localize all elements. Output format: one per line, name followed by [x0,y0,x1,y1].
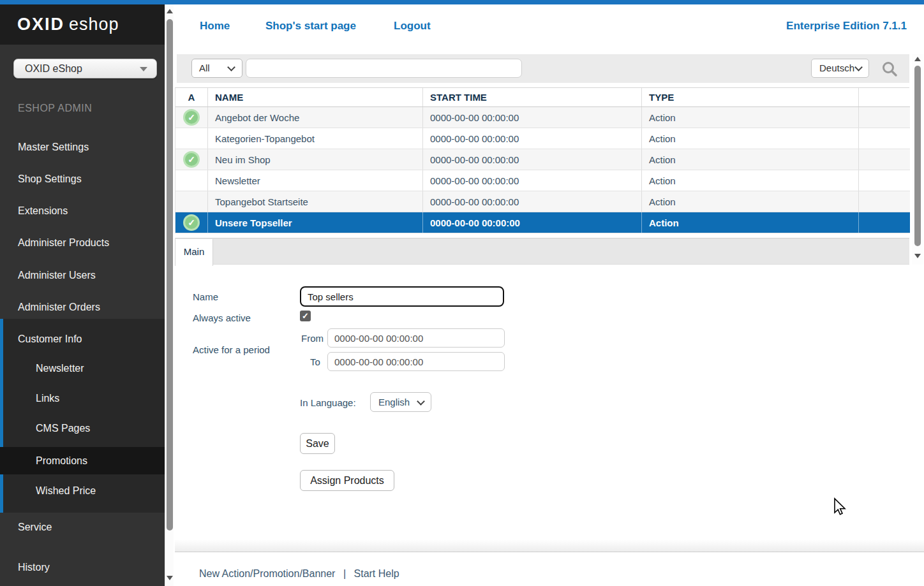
start-time-cell[interactable]: 0000-00-00 00:00:00 [423,212,642,233]
type-cell[interactable]: Action [642,128,859,149]
customer-info-group: Customer Info Newsletter Links CMS Pages… [0,319,165,513]
column-header-a[interactable]: A [175,88,208,106]
scroll-up-arrow-icon[interactable] [167,9,173,13]
scroll-down-arrow-icon[interactable] [914,254,921,258]
always-active-checkbox[interactable] [300,311,311,321]
main-content: Home Shop's start page Logout Enterprise… [174,4,924,586]
active-cell [175,107,208,128]
shop-select[interactable]: OXID eShop [13,59,157,78]
active-cell [175,128,208,149]
chevron-down-icon [417,397,425,406]
oxid-eshop-logo: OXIDeshop [17,4,119,45]
nav-link-logout[interactable]: Logout [394,18,431,34]
scroll-down-arrow-icon[interactable] [167,576,173,580]
sidebar-item-links[interactable]: Links [0,390,165,407]
scroll-up-arrow-icon[interactable] [914,57,921,61]
name-cell[interactable]: Angebot der Woche [208,107,423,128]
promotions-table: A NAME START TIME TYPE Angebot der Woche… [175,87,909,233]
active-cell [175,170,208,191]
column-header-name[interactable]: NAME [208,88,423,106]
left-scrollbar[interactable] [165,4,174,586]
column-header-start-time[interactable]: START TIME [423,88,642,106]
active-cell [175,191,208,212]
sidebar-item-cms-pages[interactable]: CMS Pages [0,420,165,437]
sidebar-item-administer-users[interactable]: Administer Users [0,267,165,284]
sidebar-item-extensions[interactable]: Extensions [0,202,165,220]
type-cell[interactable]: Action [642,107,859,128]
table-row[interactable]: Newsletter 0000-00-00 00:00:00 Action [175,170,910,191]
sidebar-item-newsletter[interactable]: Newsletter [0,360,165,377]
tab-strip: Main [175,238,909,265]
in-language-label: In Language: [300,397,356,408]
table-row[interactable]: Neu im Shop 0000-00-00 00:00:00 Action [175,149,910,170]
search-icon[interactable] [881,61,898,77]
type-cell[interactable]: Action [642,170,859,191]
admin-language-value: Deutsch [819,59,854,77]
name-cell[interactable]: Kategorien-Topangebot [208,128,423,149]
sidebar-item-administer-orders[interactable]: Administer Orders [0,298,165,316]
top-accent-bar [0,0,924,4]
active-check-icon [183,151,200,168]
sidebar-item-administer-products[interactable]: Administer Products [0,234,165,252]
table-row[interactable]: Topangebot Startseite 0000-00-00 00:00:0… [175,191,910,212]
sidebar-item-service[interactable]: Service [0,518,165,536]
table-header-row: A NAME START TIME TYPE [175,88,910,107]
to-label: To [310,356,320,367]
table-scrollbar[interactable] [912,54,923,265]
type-cell[interactable]: Action [642,212,859,233]
empty-cell [859,170,909,191]
name-cell[interactable]: Neu im Shop [208,149,423,170]
sidebar-item-promotions-active[interactable]: Promotions [0,447,165,474]
sidebar-item-master-settings[interactable]: Master Settings [0,138,165,156]
logo-text-light: eshop [69,15,119,34]
table-row-selected[interactable]: Unsere Topseller 0000-00-00 00:00:00 Act… [175,212,910,233]
mouse-cursor [831,497,847,516]
empty-cell [859,149,909,170]
start-time-cell[interactable]: 0000-00-00 00:00:00 [423,149,642,170]
sidebar-item-customer-info[interactable]: Customer Info [0,330,165,348]
name-label: Name [193,291,218,302]
search-toolbar: All Deutsch [177,54,909,83]
active-check-icon [183,214,200,231]
start-time-cell[interactable]: 0000-00-00 00:00:00 [423,191,642,212]
nav-link-home[interactable]: Home [200,18,230,34]
table-row[interactable]: Kategorien-Topangebot 0000-00-00 00:00:0… [175,128,910,149]
name-input[interactable] [300,286,504,307]
active-cell [175,149,208,170]
sidebar-item-shop-settings[interactable]: Shop Settings [0,170,165,188]
table-scrollbar-thumb[interactable] [914,66,921,246]
from-input[interactable] [327,328,505,348]
tab-main[interactable]: Main [175,239,213,266]
empty-cell [859,212,909,233]
sidebar-item-history[interactable]: History [0,559,165,576]
name-cell[interactable]: Topangebot Startseite [208,191,423,212]
table-row[interactable]: Angebot der Woche 0000-00-00 00:00:00 Ac… [175,107,910,128]
new-action-link[interactable]: New Action/Promotion/Banner [199,568,335,579]
empty-cell [859,128,909,149]
nav-link-shops-start-page[interactable]: Shop's start page [265,18,356,34]
left-scrollbar-thumb[interactable] [167,19,173,531]
admin-language-select[interactable]: Deutsch [811,59,869,78]
start-time-cell[interactable]: 0000-00-00 00:00:00 [423,128,642,149]
chevron-down-icon [140,67,147,71]
type-cell[interactable]: Action [642,191,859,212]
save-button[interactable]: Save [300,433,335,454]
column-header-empty [859,88,909,106]
type-cell[interactable]: Action [642,149,859,170]
search-input[interactable] [246,59,522,78]
content-language-select[interactable]: English [370,392,431,412]
empty-cell [859,191,909,212]
chevron-down-icon [227,63,235,71]
to-input[interactable] [327,352,505,371]
start-time-cell[interactable]: 0000-00-00 00:00:00 [423,170,642,191]
sidebar-item-wished-price[interactable]: Wished Price [0,482,165,500]
name-cell[interactable]: Newsletter [208,170,423,191]
name-cell[interactable]: Unsere Topseller [208,212,423,233]
column-header-type[interactable]: TYPE [642,88,859,106]
shop-select-value: OXID eShop [25,59,82,78]
filter-select[interactable]: All [191,59,242,78]
start-time-cell[interactable]: 0000-00-00 00:00:00 [423,107,642,128]
empty-cell [859,107,909,128]
assign-products-button[interactable]: Assign Products [300,470,394,491]
start-help-link[interactable]: Start Help [354,568,399,579]
